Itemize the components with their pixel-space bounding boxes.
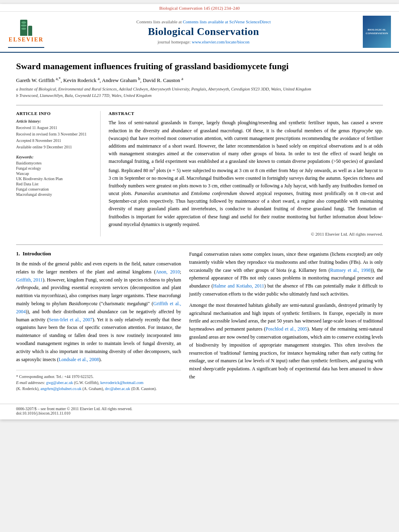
page: Biological Conservation 145 (2012) 234–2… — [0, 4, 399, 419]
keyword-7: Macrofungal diversity — [16, 192, 95, 197]
article-info-column: ARTICLE INFO Article history: Received 1… — [16, 111, 101, 236]
keyword-5: Red Data List — [16, 182, 95, 186]
intro-paragraph-2: Fungal conservation raises some complex … — [189, 251, 383, 298]
keyword-1: Basidiomycetes — [16, 161, 95, 165]
journal-reference-text: Biological Conservation 145 (2012) 234–2… — [159, 6, 240, 10]
abstract-text: The loss of semi-natural grasslands in E… — [109, 119, 383, 228]
sciverse-link[interactable]: Contents lists available at SciVerse Sci… — [183, 19, 271, 24]
ref-senn-irlet-2007[interactable]: Senn-Irlet et al., 2007 — [49, 317, 92, 322]
journal-reference-bar: Biological Conservation 145 (2012) 234–2… — [0, 4, 399, 12]
ref-halme-2011[interactable]: Halme and Kotiaho, 2011 — [213, 283, 264, 289]
abstract-column: ABSTRACT The loss of semi-natural grassl… — [109, 111, 383, 236]
journal-title: Biological Conservation — [52, 26, 355, 38]
elsevier-logo: ELSEVIER — [8, 16, 44, 48]
ref-anon-2010[interactable]: Anon, 2010 — [156, 269, 180, 275]
page-footer: 0006-3207/$ – see front matter © 2011 El… — [0, 404, 399, 419]
email-causton[interactable]: drc@aber.ac.uk — [105, 386, 130, 391]
article-content: Sward management influences fruiting of … — [0, 53, 399, 400]
ref-londsale-2008[interactable]: Londsale et al., 2008 — [59, 357, 99, 362]
affiliations: a Institute of Biological, Environmental… — [16, 86, 383, 99]
authors-line: Gareth W. Griffith a,*, Kevin Roderick a… — [16, 76, 383, 84]
keywords-label: Keywords: — [16, 155, 95, 159]
affiliation-b: b Trawscoed, Llanuwchllyn, Bala, Gwynedd… — [16, 92, 383, 99]
email-graham[interactable]: angrhrn@globalnet.co.uk — [41, 386, 82, 391]
intro-section-title: 1. Introduction — [16, 251, 181, 257]
article-info-heading: ARTICLE INFO — [16, 111, 95, 116]
intro-paragraph-3: Amongst the most threatened habitats glo… — [189, 302, 383, 381]
journal-header-center: Contents lists available at Contents lis… — [52, 19, 355, 44]
introduction-section: 1. Introduction In the minds of the gene… — [16, 244, 383, 392]
keyword-4: UK Biodiversity Action Plan — [16, 177, 95, 181]
affiliation-a: a Institute of Biological, Environmental… — [16, 86, 383, 92]
email-roderick[interactable]: kevroderick@hotmail.com — [100, 380, 143, 385]
available-date: Available online 9 December 2011 — [16, 144, 95, 150]
abstract-heading: ABSTRACT — [109, 111, 383, 116]
journal-header: ELSEVIER Contents lists available at Con… — [0, 12, 399, 53]
intro-right-column: Fungal conservation raises some complex … — [189, 251, 383, 392]
sciverse-line: Contents lists available at Contents lis… — [52, 19, 355, 24]
article-title: Sward management influences fruiting of … — [16, 61, 383, 72]
issn-line: 0006-3207/$ – see front matter © 2011 El… — [16, 407, 383, 411]
ref-poschlod-2005[interactable]: Poschlod et al., 2005 — [265, 326, 307, 332]
ref-griffith-2011[interactable]: Griffith, 2011 — [16, 277, 43, 283]
elsevier-wordmark: ELSEVIER — [9, 37, 44, 43]
doi-line: doi:10.1016/j.biocon.2011.11.010 — [16, 411, 383, 415]
received-date: Received 11 August 2011 — [16, 125, 95, 131]
corresponding-author-note: * Corresponding author. Tel.: +44 1970 6… — [16, 374, 181, 380]
journal-cover-image: BIOLOGICAL CONSERVATION — [363, 16, 391, 48]
article-info-abstract-section: ARTICLE INFO Article history: Received 1… — [16, 105, 383, 236]
ref-griffith-2004[interactable]: Griffith et al., 2004 — [16, 301, 181, 314]
cover-text: BIOLOGICAL CONSERVATION — [364, 28, 389, 35]
keyword-6: Fungal conservation — [16, 187, 95, 191]
email-note: E-mail addresses: gwg@aber.ac.uk (G.W. G… — [16, 380, 181, 392]
journal-homepage: journal homepage: www.elsevier.com/locat… — [52, 39, 355, 44]
email-griffith[interactable]: gwg@aber.ac.uk — [46, 380, 73, 385]
footer-notes: * Corresponding author. Tel.: +44 1970 6… — [16, 370, 181, 392]
accepted-date: Accepted 8 November 2011 — [16, 138, 95, 144]
ref-rumsey-1998[interactable]: Rumsey et al., 1998 — [330, 267, 371, 273]
intro-left-column: 1. Introduction In the minds of the gene… — [16, 251, 181, 392]
keyword-2: Fungal ecology — [16, 166, 95, 170]
revised-date: Received in revised form 3 November 2011 — [16, 131, 95, 137]
copyright-line: © 2011 Elsevier Ltd. All rights reserved… — [109, 232, 383, 236]
keyword-3: Waxcap — [16, 171, 95, 176]
history-label: Article history: — [16, 119, 95, 123]
journal-homepage-link[interactable]: www.elsevier.com/locate/biocon — [192, 39, 249, 44]
intro-paragraph-1: In the minds of the general public and e… — [16, 260, 181, 364]
